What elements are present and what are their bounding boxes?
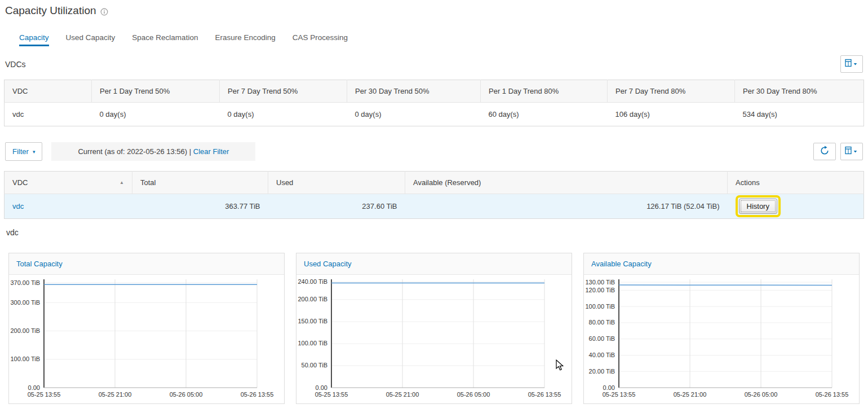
capacity-cell-actions: History: [728, 194, 864, 219]
capacity-col-used: Used: [268, 172, 405, 194]
capacity-cell-used: 237.60 TiB: [268, 194, 405, 219]
tab-used-capacity[interactable]: Used Capacity: [66, 28, 116, 46]
refresh-button[interactable]: [813, 143, 836, 160]
total-capacity-chart: 0.00100.00 TiB200.00 TiB300.00 TiB370.00…: [9, 275, 284, 403]
trend-col-7day-80: Per 7 Day Trend 80%: [608, 80, 735, 103]
capacity-col-available: Available (Reserved): [405, 172, 728, 194]
charts-row: Total Capacity 0.00100.00 TiB200.00 TiB3…: [8, 253, 860, 404]
export-table-icon: [845, 59, 858, 69]
filter-bar: Filter ▾ Current (as of: 2022-05-26 13:5…: [4, 142, 864, 161]
trend-cell-7day-50: 0 day(s): [220, 103, 347, 126]
filter-status: Current (as of: 2022-05-26 13:56) | Clea…: [51, 142, 255, 161]
vdcs-section-header: VDCs: [4, 55, 864, 73]
tab-erasure-encoding[interactable]: Erasure Encoding: [215, 28, 275, 46]
trend-col-vdc: VDC: [5, 80, 92, 103]
used-capacity-panel: Used Capacity 0.0050.00 TiB100.00 TiB150…: [296, 253, 572, 404]
chevron-down-icon: ▾: [33, 149, 36, 155]
svg-text:120.00 TiB: 120.00 TiB: [585, 287, 615, 293]
trend-col-1day-50: Per 1 Day Trend 50%: [92, 80, 220, 103]
svg-text:0.00: 0.00: [603, 384, 615, 391]
svg-text:150.00 TiB: 150.00 TiB: [298, 318, 327, 324]
svg-text:300.00 TiB: 300.00 TiB: [10, 299, 40, 306]
svg-text:05-25 21:00: 05-25 21:00: [386, 391, 419, 398]
svg-text:100.00 TiB: 100.00 TiB: [10, 355, 40, 362]
trend-cell-30day-80: 534 day(s): [735, 103, 864, 126]
trend-cell-1day-80: 60 day(s): [481, 103, 608, 126]
svg-text:05-26 13:55: 05-26 13:55: [528, 391, 561, 398]
tab-bar: Capacity Used Capacity Space Reclamation…: [4, 28, 864, 46]
svg-text:05-25 21:00: 05-25 21:00: [674, 391, 707, 398]
filter-button[interactable]: Filter ▾: [5, 142, 42, 161]
capacity-col-vdc-label: VDC: [12, 178, 28, 187]
capacity-utilization-page: Capacity Utilization Capacity Used Capac…: [0, 0, 868, 404]
svg-text:100.00 TiB: 100.00 TiB: [585, 303, 615, 310]
trend-cell-7day-80: 106 day(s): [608, 103, 735, 126]
info-icon[interactable]: [100, 8, 108, 16]
svg-text:130.00 TiB: 130.00 TiB: [585, 279, 615, 286]
svg-text:05-26 05:00: 05-26 05:00: [745, 391, 778, 398]
trend-col-30day-50: Per 30 Day Trend 50%: [347, 80, 481, 103]
trend-col-1day-80: Per 1 Day Trend 80%: [481, 80, 608, 103]
capacity-table-header-row: VDC ▲ Total Used Available (Reserved) Ac…: [5, 172, 864, 194]
trend-table-header-row: VDC Per 1 Day Trend 50% Per 7 Day Trend …: [5, 80, 864, 103]
annotation-highlight: History: [736, 195, 781, 217]
export-table-icon: [845, 146, 858, 157]
used-capacity-chart: 0.0050.00 TiB100.00 TiB150.00 TiB200.00 …: [296, 275, 572, 403]
capacity-col-actions: Actions: [728, 172, 864, 194]
page-header: Capacity Utilization: [4, 5, 864, 17]
table-row[interactable]: vdc 363.77 TiB 237.60 TiB 126.17 TiB (52…: [5, 194, 864, 219]
vdc-trend-table: VDC Per 1 Day Trend 50% Per 7 Day Trend …: [4, 80, 864, 126]
trend-col-30day-80: Per 30 Day Trend 80%: [735, 80, 864, 103]
svg-text:05-26 13:55: 05-26 13:55: [241, 391, 274, 398]
svg-text:40.00 TiB: 40.00 TiB: [589, 352, 615, 358]
available-capacity-chart: 0.0020.00 TiB40.00 TiB60.00 TiB80.00 TiB…: [584, 275, 859, 403]
table-toolbar: [813, 143, 863, 160]
trend-cell-1day-50: 0 day(s): [92, 103, 220, 126]
svg-text:0.00: 0.00: [316, 384, 327, 391]
svg-text:0.00: 0.00: [28, 384, 40, 391]
sort-ascending-icon[interactable]: ▲: [119, 180, 124, 185]
svg-text:200.00 TiB: 200.00 TiB: [298, 296, 327, 302]
export-button-capacity[interactable]: [840, 143, 863, 160]
svg-text:20.00 TiB: 20.00 TiB: [589, 368, 615, 375]
svg-text:240.00 TiB: 240.00 TiB: [298, 278, 327, 285]
capacity-table: VDC ▲ Total Used Available (Reserved) Ac…: [4, 171, 864, 219]
page-title: Capacity Utilization: [5, 5, 96, 17]
tab-cas-processing[interactable]: CAS Processing: [293, 28, 348, 46]
trend-cell-vdc: vdc: [5, 103, 92, 126]
chart-title: Used Capacity: [296, 253, 572, 275]
detail-section-title: vdc: [6, 228, 863, 237]
history-button[interactable]: History: [739, 199, 777, 214]
svg-text:370.00 TiB: 370.00 TiB: [10, 279, 40, 286]
capacity-col-vdc[interactable]: VDC ▲: [5, 172, 132, 194]
capacity-col-total: Total: [132, 172, 268, 194]
capacity-cell-vdc: vdc: [5, 194, 132, 219]
svg-text:50.00 TiB: 50.00 TiB: [302, 362, 327, 368]
capacity-cell-total: 363.77 TiB: [132, 194, 268, 219]
svg-text:05-26 05:00: 05-26 05:00: [457, 391, 490, 398]
svg-text:05-25 13:55: 05-25 13:55: [315, 391, 348, 398]
tab-space-reclamation[interactable]: Space Reclamation: [132, 28, 198, 46]
capacity-cell-available: 126.17 TiB (52.04 TiB): [405, 194, 728, 219]
svg-text:05-25 13:55: 05-25 13:55: [603, 391, 636, 398]
vdc-link[interactable]: vdc: [12, 202, 24, 210]
trend-col-7day-50: Per 7 Day Trend 50%: [220, 80, 347, 103]
filter-status-text: Current (as of: 2022-05-26 13:56) |: [78, 147, 191, 156]
svg-text:05-26 13:55: 05-26 13:55: [816, 391, 849, 398]
svg-text:80.00 TiB: 80.00 TiB: [589, 319, 615, 326]
clear-filter-link[interactable]: Clear Filter: [193, 147, 229, 156]
vdcs-section-title: VDCs: [5, 60, 26, 69]
tab-capacity[interactable]: Capacity: [19, 28, 49, 46]
svg-text:100.00 TiB: 100.00 TiB: [298, 340, 327, 346]
svg-text:05-25 21:00: 05-25 21:00: [99, 391, 132, 398]
refresh-icon: [820, 146, 830, 157]
trend-cell-30day-50: 0 day(s): [347, 103, 481, 126]
chart-title: Available Capacity: [584, 253, 859, 275]
table-row: vdc 0 day(s) 0 day(s) 0 day(s) 60 day(s)…: [5, 103, 864, 126]
total-capacity-panel: Total Capacity 0.00100.00 TiB200.00 TiB3…: [8, 253, 285, 404]
svg-text:200.00 TiB: 200.00 TiB: [10, 327, 40, 334]
svg-text:05-26 05:00: 05-26 05:00: [170, 391, 203, 398]
available-capacity-panel: Available Capacity 0.0020.00 TiB40.00 Ti…: [583, 253, 860, 404]
filter-button-label: Filter: [12, 147, 29, 156]
export-button[interactable]: [840, 55, 863, 73]
